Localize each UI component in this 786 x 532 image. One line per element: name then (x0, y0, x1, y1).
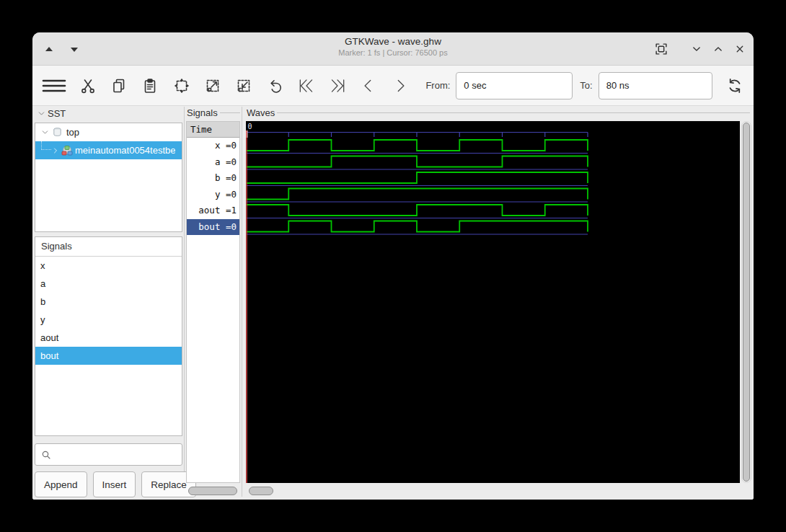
pane-divider-left[interactable] (184, 107, 185, 497)
tree-guide-line (41, 141, 51, 150)
undo-icon (267, 77, 284, 94)
signal-value-row[interactable]: x =0 (187, 138, 239, 154)
signal-list-item[interactable]: y (35, 311, 182, 329)
fullscreen-icon (653, 41, 669, 57)
gtkwave-window: GTKWave - wave.ghw Marker: 1 fs | Cursor… (32, 32, 754, 500)
from-label: From: (425, 80, 450, 91)
go-to-start-button[interactable] (293, 73, 319, 99)
paste-button[interactable] (138, 73, 163, 99)
chevron-up-icon (711, 42, 725, 56)
copy-button[interactable] (106, 73, 131, 99)
waves-vscrollbar-thumb[interactable] (743, 123, 750, 482)
copy-icon (110, 77, 128, 94)
time-header[interactable]: Time (187, 122, 239, 138)
insert-button[interactable]: Insert (93, 471, 136, 497)
signal-value-row[interactable]: bout =0 (187, 219, 239, 236)
fullscreen-button[interactable] (650, 39, 672, 59)
skip-to-end-icon (328, 76, 347, 95)
minimize-button[interactable] (686, 39, 707, 59)
frame-line (220, 112, 240, 113)
marker-cursor-status: Marker: 1 fs | Cursor: 76500 ps (32, 48, 754, 57)
waves-vscrollbar[interactable] (741, 121, 751, 483)
close-button[interactable] (729, 39, 751, 59)
values-hscrollbar-thumb[interactable] (188, 487, 237, 495)
zoom-fit-icon (173, 77, 190, 94)
expander-down-icon[interactable] (40, 128, 50, 137)
go-to-end-button[interactable] (325, 73, 350, 99)
undo-button[interactable] (262, 73, 288, 99)
signal-search-box[interactable] (35, 443, 182, 466)
signal-list-item[interactable]: b (35, 293, 182, 311)
menu-button[interactable] (38, 73, 69, 99)
expander-right-icon[interactable] (51, 146, 60, 155)
zoom-in-icon (204, 77, 221, 94)
signal-search-list: Signals xabyaoutbout (35, 236, 182, 436)
values-frame-label: Signals (187, 107, 240, 118)
action-buttons: Append Insert Replace (35, 471, 196, 497)
signal-value-row[interactable]: a =0 (187, 154, 239, 171)
signals-list-body: xabyaoutbout (35, 257, 182, 365)
signal-list-item[interactable]: bout (35, 347, 182, 365)
waves-frame-label: Waves (247, 107, 750, 118)
cut-button[interactable] (75, 73, 100, 99)
values-frame-label-text: Signals (187, 107, 218, 118)
screen: GTKWave - wave.ghw Marker: 1 fs | Cursor… (0, 0, 786, 532)
sst-header[interactable]: SST (37, 108, 66, 119)
previous-edge-button[interactable] (356, 73, 381, 99)
waves-hscrollbar-thumb[interactable] (249, 487, 273, 495)
reload-button[interactable] (723, 73, 748, 99)
tree-item-top[interactable]: top (35, 123, 182, 141)
waves-frame-label-text: Waves (247, 107, 275, 118)
zoom-fit-button[interactable] (169, 73, 194, 99)
zoom-out-icon (235, 77, 252, 94)
signals-list-header: Signals (35, 237, 182, 257)
to-input[interactable] (599, 72, 712, 99)
main-area: SST top (32, 107, 754, 500)
chevron-down-icon (689, 42, 704, 56)
signal-list-item[interactable]: a (35, 275, 182, 293)
reload-icon (725, 76, 744, 95)
close-icon (733, 42, 747, 56)
frame-line (277, 112, 750, 113)
toolbar: From: To: (32, 66, 754, 106)
svg-text:0: 0 (248, 123, 252, 130)
tree-item-label: top (66, 127, 79, 138)
append-button[interactable]: Append (35, 471, 87, 497)
search-icon (40, 449, 52, 461)
skip-to-start-icon (297, 76, 316, 95)
waveform-plot: 0 (246, 121, 740, 483)
signal-value-row[interactable]: b =0 (187, 170, 239, 187)
signal-list-item[interactable]: x (35, 257, 182, 275)
scissors-icon (79, 77, 97, 94)
titlebar-text: GTKWave - wave.ghw Marker: 1 fs | Cursor… (32, 36, 754, 57)
zoom-in-button[interactable] (200, 73, 225, 99)
wave-canvas[interactable]: 0 (246, 121, 740, 483)
search-input[interactable] (52, 444, 182, 465)
expander-down-icon (37, 109, 46, 118)
signal-list-item[interactable]: aout (35, 329, 182, 347)
tree-item-meinautomat[interactable]: meinautomat0054testbe (35, 141, 182, 159)
paste-icon (141, 77, 159, 94)
titlebar[interactable]: GTKWave - wave.ghw Marker: 1 fs | Cursor… (32, 32, 754, 66)
next-edge-button[interactable] (387, 73, 412, 99)
signal-values-panel: Time x =0a =0b =0y =0aout =1bout =0 (186, 121, 240, 483)
chevron-left-icon (359, 76, 378, 95)
hamburger-icon (42, 77, 66, 94)
signal-value-row[interactable]: aout =1 (187, 203, 239, 219)
hierarchy-icon (61, 145, 73, 156)
signal-value-row[interactable]: y =0 (187, 187, 239, 203)
chevron-right-icon (391, 76, 410, 95)
sst-label: SST (48, 108, 66, 119)
to-label: To: (580, 80, 592, 91)
module-icon (52, 127, 63, 138)
window-title: GTKWave - wave.ghw (32, 36, 754, 47)
from-input[interactable] (456, 72, 573, 99)
sst-tree: top meinautomat0054testbe (35, 123, 182, 232)
pane-divider-right[interactable] (242, 107, 242, 497)
zoom-out-button[interactable] (231, 73, 257, 99)
maximize-button[interactable] (707, 39, 729, 59)
tree-item-label: meinautomat0054testbe (75, 145, 175, 156)
